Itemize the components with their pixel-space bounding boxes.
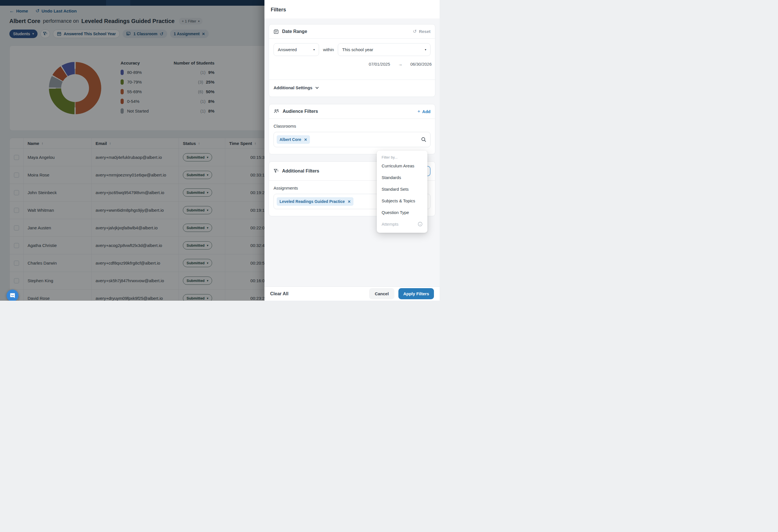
calendar-icon xyxy=(274,29,279,34)
date-range-select[interactable]: This school year ▾ xyxy=(338,43,431,56)
chat-icon xyxy=(9,292,16,299)
dropdown-item[interactable]: Curriculum Areas xyxy=(377,160,427,172)
filter-by-dropdown: Filter by... Curriculum Areas Standards xyxy=(377,151,427,233)
people-icon xyxy=(274,109,279,114)
chat-launcher-button[interactable] xyxy=(7,289,18,301)
classroom-chip-label: Albert Core xyxy=(280,137,301,142)
date-range-reset-button[interactable]: ↺ Reset xyxy=(413,29,431,34)
funnel-icon xyxy=(274,169,279,174)
apply-filters-button[interactable]: Apply Filters xyxy=(398,288,434,299)
chevron-down-icon: ▾ xyxy=(425,48,426,51)
info-icon xyxy=(418,221,422,227)
end-date: 06/30/2026 xyxy=(410,62,432,67)
dropdown-item[interactable]: Standards xyxy=(377,172,427,183)
dropdown-item[interactable]: Attempts xyxy=(377,218,427,230)
search-icon[interactable] xyxy=(421,137,426,143)
classroom-chip: Albert Core ✕ xyxy=(277,135,310,144)
dropdown-header: Filter by... xyxy=(377,152,427,160)
audience-add-button[interactable]: + Add xyxy=(417,108,431,114)
filters-panel-title: Filters xyxy=(264,0,440,18)
assignment-chip-label: Leveled Readings Guided Practice xyxy=(280,199,345,204)
start-date: 07/01/2025 xyxy=(369,62,390,67)
date-type-select[interactable]: Answered ▾ xyxy=(274,43,319,56)
cancel-button[interactable]: Cancel xyxy=(369,288,394,299)
plus-icon: + xyxy=(417,108,420,114)
filters-panel: Filters Date Range ↺ Reset Answered xyxy=(264,0,440,301)
within-label: within xyxy=(323,47,334,52)
date-range-values: 07/01/2025 → 06/30/2026 xyxy=(269,56,435,80)
classrooms-input[interactable]: Albert Core ✕ xyxy=(274,132,431,147)
dropdown-item[interactable]: Standard Sets xyxy=(377,183,427,195)
undo-icon: ↺ xyxy=(413,29,416,34)
date-range-card: Date Range ↺ Reset Answered ▾ within Thi… xyxy=(269,24,435,97)
chevron-down-icon: ▾ xyxy=(313,48,315,51)
assignment-chip: Leveled Readings Guided Practice ✕ xyxy=(277,197,354,206)
chevron-down-icon xyxy=(315,86,318,89)
close-icon[interactable]: ✕ xyxy=(348,199,351,204)
additional-settings-toggle[interactable]: Additional Settings xyxy=(269,80,435,97)
arrow-right-icon: → xyxy=(398,62,402,67)
filters-panel-footer: Clear All Cancel Apply Filters xyxy=(264,286,440,301)
date-range-title: Date Range xyxy=(282,29,307,34)
dropdown-items: Curriculum Areas Standards xyxy=(377,160,427,230)
classrooms-label: Classrooms xyxy=(274,123,431,128)
audience-filters-card: Audience Filters + Add Classrooms Albert… xyxy=(269,104,435,154)
additional-filters-title: Additional Filters xyxy=(282,169,319,174)
dropdown-item[interactable]: Subjects & Topics xyxy=(377,195,427,206)
close-icon[interactable]: ✕ xyxy=(304,138,307,142)
clear-all-button[interactable]: Clear All xyxy=(270,291,288,296)
audience-filters-title: Audience Filters xyxy=(283,109,318,114)
filters-panel-body: Date Range ↺ Reset Answered ▾ within Thi… xyxy=(264,18,440,286)
dropdown-item[interactable]: Question Type xyxy=(377,206,427,218)
